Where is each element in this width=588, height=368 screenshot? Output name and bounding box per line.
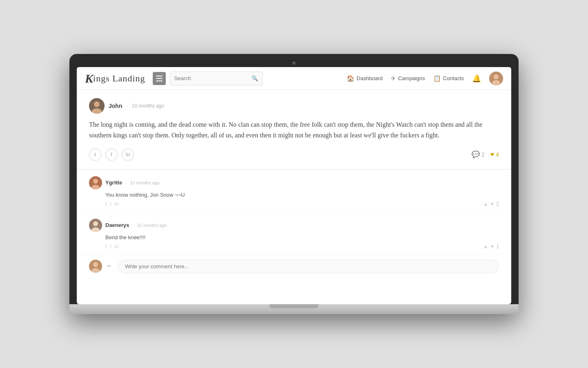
daenerys-linkedin-icon[interactable]: in <box>115 244 118 249</box>
dashboard-label: Dashboard <box>356 75 383 81</box>
comment-author-ygritte: Ygritte <box>105 180 122 186</box>
ygritte-facebook-icon[interactable]: f <box>110 201 111 207</box>
comment-count: 2 <box>481 151 485 158</box>
comment-body-ygritte: You know nothing, Jon Snow ¬¬U <box>105 192 499 198</box>
svg-point-10 <box>93 221 98 226</box>
post-author-avatar <box>89 98 105 114</box>
comment-header-ygritte: Ygritte · 10 months ago <box>89 176 499 189</box>
heart-icon: ♥ <box>490 151 494 158</box>
menu-line-3 <box>156 81 163 81</box>
nav-item-contacts[interactable]: 📋 Contacts <box>433 75 464 82</box>
comments-section: Ygritte · 10 months ago You know nothing… <box>77 169 511 278</box>
ygritte-linkedin-icon[interactable]: in <box>115 201 118 207</box>
linkedin-share-icon[interactable]: in <box>122 148 134 161</box>
user-avatar[interactable] <box>489 72 503 85</box>
comment-body-daenerys: Bend the knee!!!! <box>105 234 499 240</box>
post-header: John · 10 months ago <box>89 98 499 114</box>
post-separator: · <box>126 103 127 109</box>
post-social-icons: t f in <box>89 148 134 161</box>
comment-vote-ygritte: ▲ ▼ 2 <box>483 201 499 207</box>
search-icon: 🔍 <box>252 75 258 82</box>
laptop-base <box>69 304 519 314</box>
navbar: K ings Landing 🔍 🏠 Dashboard ✈ <box>77 67 511 90</box>
menu-button[interactable] <box>153 72 166 85</box>
nav-item-campaigns[interactable]: ✈ Campaigns <box>391 75 425 82</box>
post-stats: 💬 2 ♥ 4 <box>472 150 499 158</box>
daenerys-upvote-button[interactable]: ▲ <box>483 244 488 249</box>
webcam-dot <box>292 61 296 65</box>
nav-item-dashboard[interactable]: 🏠 Dashboard <box>347 75 383 82</box>
post-timestamp: 10 months ago <box>132 103 164 109</box>
campaigns-icon: ✈ <box>391 75 396 82</box>
logo-text: ings Landing <box>93 73 145 84</box>
dashboard-icon: 🏠 <box>347 75 354 82</box>
svg-point-4 <box>94 101 100 107</box>
menu-line-1 <box>156 76 163 76</box>
user-avatar-image <box>489 72 503 85</box>
daenerys-downvote-button[interactable]: ▼ <box>490 244 494 249</box>
search-input[interactable] <box>174 75 252 81</box>
search-box[interactable]: 🔍 <box>170 72 263 85</box>
ygritte-upvote-button[interactable]: ▲ <box>483 201 488 207</box>
facebook-share-icon[interactable]: f <box>105 148 118 161</box>
comment-vote-daenerys: ▲ ▼ 1 <box>483 244 499 249</box>
comment-actions-ygritte: t f in ▲ ▼ 2 <box>105 201 499 207</box>
menu-line-2 <box>156 78 163 79</box>
contacts-label: Contacts <box>443 75 464 81</box>
current-user-avatar <box>89 260 102 273</box>
post-card: John · 10 months ago The long night is c… <box>77 90 511 169</box>
comment-avatar-daenerys <box>89 219 102 232</box>
twitter-share-icon[interactable]: t <box>89 148 101 161</box>
logo-k-icon: K <box>85 72 93 85</box>
svg-point-1 <box>494 74 499 79</box>
comment-avatar-ygritte <box>89 176 102 189</box>
comment-actions-daenerys: t f in ▲ ▼ 1 <box>105 244 499 249</box>
campaigns-label: Campaigns <box>398 75 425 81</box>
daenerys-facebook-icon[interactable]: f <box>110 244 111 249</box>
pencil-icon: ✏ <box>107 263 111 269</box>
comment-time-ygritte: 10 months ago <box>130 180 160 185</box>
svg-point-7 <box>93 179 98 184</box>
ygritte-vote-count: 2 <box>496 201 499 207</box>
like-stat[interactable]: ♥ 4 <box>490 151 499 158</box>
comment-sep-ygritte: · <box>125 180 127 185</box>
daenerys-twitter-icon[interactable]: t <box>105 244 107 249</box>
comment-time-daenerys: 10 months ago <box>137 223 167 228</box>
logo[interactable]: K ings Landing <box>85 72 145 85</box>
post-body: The long night is coming, and the dead c… <box>89 119 499 141</box>
post-author-name: John <box>109 103 122 109</box>
comment-icon: 💬 <box>472 150 480 158</box>
nav-links: 🏠 Dashboard ✈ Campaigns 📋 Contacts 🔔 <box>347 72 503 85</box>
comment-input-field[interactable] <box>118 260 499 273</box>
contacts-icon: 📋 <box>433 75 441 82</box>
comment-item-ygritte: Ygritte · 10 months ago You know nothing… <box>77 170 511 212</box>
daenerys-vote-count: 1 <box>496 244 499 249</box>
comment-stat[interactable]: 💬 2 <box>472 150 485 158</box>
ygritte-downvote-button[interactable]: ▼ <box>490 201 494 207</box>
ygritte-twitter-icon[interactable]: t <box>105 201 107 207</box>
notification-bell-icon[interactable]: 🔔 <box>472 74 481 83</box>
comment-social-ygritte: t f in <box>105 201 118 207</box>
comment-header-daenerys: Daenerys · 10 months ago <box>89 219 499 232</box>
post-actions: t f in 💬 2 ♥ 4 <box>89 148 499 161</box>
comment-item-daenerys: Daenerys · 10 months ago Bend the knee!!… <box>77 212 511 255</box>
laptop-screen: K ings Landing 🔍 🏠 Dashboard ✈ <box>77 67 511 304</box>
like-count: 4 <box>496 151 499 158</box>
comment-sep-daenerys: · <box>133 223 134 228</box>
comment-input-row: ✏ <box>77 255 511 278</box>
svg-point-13 <box>93 262 98 267</box>
comment-author-daenerys: Daenerys <box>105 222 129 228</box>
comment-social-daenerys: t f in <box>105 244 118 249</box>
